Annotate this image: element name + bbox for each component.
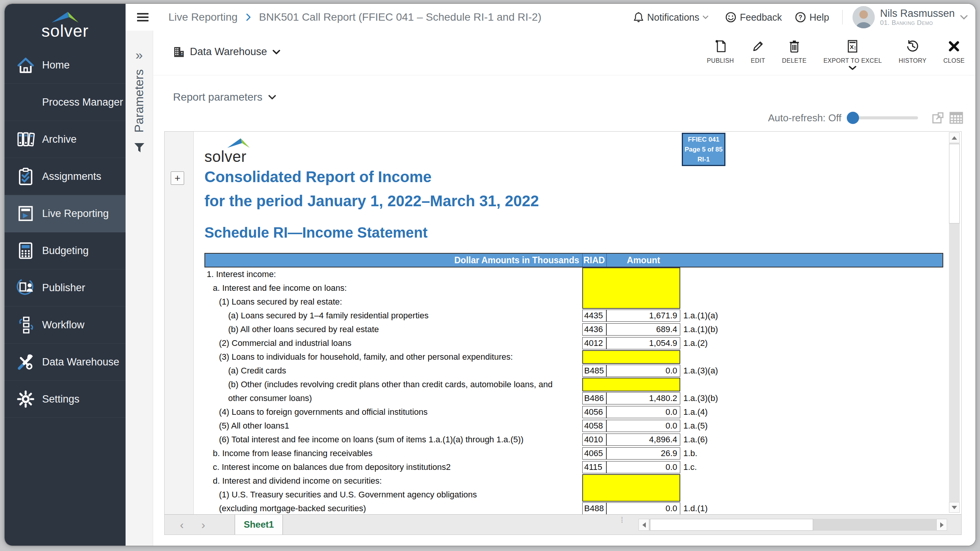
line-ref: 1.a.(4) bbox=[680, 405, 708, 419]
hamburger-menu-icon[interactable] bbox=[137, 13, 149, 21]
sidebar-item-home[interactable]: Home bbox=[5, 47, 126, 84]
table-row: (excluding mortgage-backed securities) B… bbox=[204, 502, 943, 514]
sidebar-item-workflow[interactable]: Workflow bbox=[5, 306, 126, 344]
history-label: HISTORY bbox=[899, 57, 927, 64]
history-clock-icon bbox=[906, 39, 920, 54]
riad-code-cell: 4012 bbox=[582, 337, 606, 349]
sidebar-item-publisher[interactable]: Publisher bbox=[5, 269, 126, 306]
sidebar-item-assignments[interactable]: Assignments bbox=[5, 158, 126, 195]
sidebar-item-live-reporting[interactable]: Live Reporting bbox=[5, 195, 126, 232]
ffiec-page-badge: FFIEC 041 Page 5 of 85 RI-1 bbox=[682, 133, 725, 166]
table-row: (5) All other loans1 4058 0.0 1.a.(5) bbox=[204, 419, 943, 433]
budgeting-icon bbox=[15, 240, 36, 261]
close-x-icon bbox=[948, 39, 960, 54]
tab-scrollbar-splitter[interactable]: ⁞ bbox=[621, 518, 626, 531]
table-row: (1) Loans secured by real estate: bbox=[204, 295, 943, 309]
user-name: Nils Rasmussen bbox=[880, 8, 955, 20]
sidebar-item-label: Budgeting bbox=[42, 245, 89, 257]
table-row: d. Interest and dividend income on secur… bbox=[204, 474, 943, 488]
amount-cell: 689.4 bbox=[606, 323, 680, 336]
line-ref: 1.a.(1)(a) bbox=[680, 309, 718, 323]
sidebar-item-data-warehouse[interactable]: Data Warehouse bbox=[5, 344, 126, 381]
breadcrumb-separator-icon bbox=[245, 13, 252, 22]
bell-icon bbox=[634, 12, 644, 23]
line-ref: 1.d.(1) bbox=[680, 502, 708, 514]
schedule-title: Schedule RI—Income Statement bbox=[204, 225, 428, 241]
content-area: Data Warehouse PUBLISH bbox=[153, 31, 975, 546]
table-row: (2) Commercial and industrial loans 4012… bbox=[204, 336, 943, 350]
data-source-selector[interactable]: Data Warehouse bbox=[173, 46, 280, 58]
data-warehouse-icon bbox=[15, 352, 36, 372]
close-label: CLOSE bbox=[943, 57, 965, 64]
live-reporting-icon bbox=[15, 203, 36, 224]
amount-cell: 0.0 bbox=[606, 420, 680, 432]
report-solver-logo-text: solver bbox=[204, 150, 250, 163]
popout-icon[interactable] bbox=[932, 112, 944, 124]
riad-code-cell: 4436 bbox=[582, 323, 606, 336]
help-button[interactable]: ? Help bbox=[795, 12, 829, 23]
breadcrumb-section[interactable]: Live Reporting bbox=[168, 11, 238, 23]
vertical-scrollbar[interactable] bbox=[949, 132, 960, 513]
workflow-icon bbox=[15, 315, 36, 335]
delete-button[interactable]: DELETE bbox=[782, 39, 807, 64]
sidebar-item-label: Process Manager bbox=[42, 96, 123, 108]
close-button[interactable]: CLOSE bbox=[943, 39, 965, 64]
settings-gear-icon bbox=[15, 389, 36, 409]
notifications-button[interactable]: Notifications bbox=[634, 12, 712, 23]
prev-sheet-arrow[interactable]: ‹ bbox=[180, 515, 184, 535]
sidebar-item-process-manager[interactable]: Process Manager bbox=[5, 84, 126, 121]
scroll-up-arrow[interactable] bbox=[949, 132, 960, 143]
sidebar-item-label: Assignments bbox=[42, 171, 101, 183]
toolbar-divider bbox=[153, 75, 975, 75]
notifications-label: Notifications bbox=[647, 12, 699, 23]
sidebar: solver Home Process Manager bbox=[5, 4, 126, 546]
sidebar-item-budgeting[interactable]: Budgeting bbox=[5, 232, 126, 269]
input-cell-empty bbox=[582, 378, 680, 391]
edit-button[interactable]: EDIT bbox=[751, 39, 765, 64]
sheet-tab-sheet1[interactable]: Sheet1 bbox=[235, 515, 283, 535]
auto-refresh-slider[interactable] bbox=[848, 116, 918, 119]
parameters-rail-label[interactable]: Parameters bbox=[132, 69, 146, 132]
slider-knob[interactable] bbox=[847, 112, 859, 124]
table-row: (a) Credit cards B485 0.0 1.a.(3)(a) bbox=[204, 364, 943, 378]
grid-view-icon[interactable] bbox=[949, 112, 963, 124]
sidebar-item-archive[interactable]: Archive bbox=[5, 121, 126, 158]
sidebar-item-settings[interactable]: Settings bbox=[5, 381, 126, 418]
trash-icon bbox=[789, 39, 800, 54]
chevron-down-icon bbox=[849, 66, 856, 70]
line-ref: 1.a.(1)(b) bbox=[680, 323, 718, 336]
scroll-down-arrow[interactable] bbox=[949, 502, 960, 513]
feedback-button[interactable]: Feedback bbox=[725, 12, 782, 23]
line-ref: 1.a.(3)(b) bbox=[680, 391, 718, 405]
parameters-rail: » Parameters bbox=[126, 31, 153, 546]
user-avatar[interactable] bbox=[853, 6, 875, 28]
table-row: other consumer loans) B486 1,480.2 1.a.(… bbox=[204, 391, 943, 405]
history-button[interactable]: HISTORY bbox=[899, 39, 927, 64]
col-riad: RIAD bbox=[582, 254, 606, 267]
table-row: (1) U.S. Treasury securities and U.S. Go… bbox=[204, 488, 943, 502]
filter-funnel-icon[interactable] bbox=[134, 142, 145, 153]
user-menu-chevron-icon[interactable] bbox=[960, 15, 968, 20]
horizontal-scroll-thumb[interactable] bbox=[650, 519, 813, 531]
outline-expand-button[interactable]: + bbox=[171, 171, 184, 185]
vertical-scroll-thumb[interactable] bbox=[949, 144, 960, 223]
publish-label: PUBLISH bbox=[707, 57, 734, 64]
svg-text:?: ? bbox=[799, 14, 802, 21]
line-ref: 1.c. bbox=[680, 460, 697, 474]
auto-refresh-control: Auto-refresh: Off bbox=[768, 112, 963, 124]
report-parameters-toggle[interactable]: Report parameters bbox=[173, 91, 276, 103]
publish-button[interactable]: PUBLISH bbox=[707, 39, 734, 64]
scroll-left-arrow[interactable] bbox=[639, 519, 649, 531]
table-row: b. Income from lease financing receivabl… bbox=[204, 447, 943, 460]
parameters-expand-icon[interactable]: » bbox=[136, 47, 143, 62]
table-row: (a) Loans secured by 1–4 family resident… bbox=[204, 309, 943, 323]
export-to-excel-button[interactable]: X EXPORT TO EXCEL bbox=[823, 39, 882, 70]
amount-cell: 4,896.4 bbox=[606, 434, 680, 446]
data-source-label: Data Warehouse bbox=[190, 46, 267, 58]
scroll-right-arrow[interactable] bbox=[936, 519, 947, 531]
horizontal-scrollbar[interactable] bbox=[639, 519, 947, 531]
input-cell-empty bbox=[582, 474, 680, 488]
input-cell-empty bbox=[582, 267, 680, 281]
next-sheet-arrow[interactable]: › bbox=[201, 515, 205, 535]
report-actions: PUBLISH EDIT bbox=[690, 39, 965, 70]
